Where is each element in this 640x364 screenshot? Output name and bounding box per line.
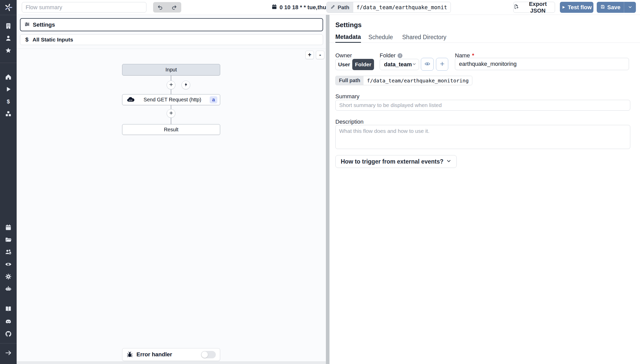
tab-shared-directory[interactable]: Shared Directory bbox=[402, 32, 446, 43]
sidebar-divider bbox=[0, 63, 17, 63]
canvas-divider bbox=[17, 49, 326, 49]
play-icon bbox=[5, 86, 12, 94]
zoom-out-button[interactable]: - bbox=[316, 51, 324, 59]
test-flow-button[interactable]: Test flow bbox=[560, 2, 593, 13]
sidebar-item-variables[interactable]: $ bbox=[0, 96, 17, 108]
redo-icon bbox=[171, 4, 177, 10]
flow-node-http[interactable]: HTTP Send GET Request (http) a bbox=[122, 94, 220, 105]
summary-label: Summary bbox=[335, 93, 359, 100]
cron-expression: 0 10 18 * * tue,thu bbox=[280, 4, 326, 11]
tab-schedule[interactable]: Schedule bbox=[368, 32, 393, 43]
settings-panel-title: Settings bbox=[335, 21, 362, 29]
save-label: Save bbox=[607, 4, 620, 11]
folder-open-icon bbox=[5, 236, 12, 244]
sidebar-item-workspace[interactable] bbox=[0, 20, 17, 33]
add-step-button[interactable] bbox=[167, 109, 175, 118]
chevron-down-icon bbox=[412, 62, 417, 67]
http-cloud-icon: HTTP bbox=[126, 97, 135, 103]
sidebar-divider bbox=[0, 343, 17, 344]
add-step-button[interactable] bbox=[167, 81, 175, 89]
info-icon[interactable]: i bbox=[398, 53, 402, 58]
save-icon bbox=[600, 4, 605, 11]
robot-icon bbox=[5, 285, 12, 293]
folder-select[interactable]: data_team bbox=[380, 59, 419, 70]
windmill-logo[interactable] bbox=[0, 0, 17, 15]
test-flow-label: Test flow bbox=[568, 4, 592, 11]
flow-node-result[interactable]: Result bbox=[122, 124, 220, 135]
full-path-label: Full path bbox=[336, 76, 364, 85]
description-textarea[interactable] bbox=[335, 125, 630, 149]
owner-option-folder[interactable]: Folder bbox=[352, 59, 374, 70]
path-value[interactable]: f/data_team/earthquake_monit bbox=[353, 2, 451, 13]
error-handler-node[interactable]: Error handler bbox=[122, 348, 220, 361]
flow-settings-item[interactable]: Settings bbox=[20, 18, 323, 31]
plus-icon bbox=[169, 82, 173, 88]
owner-toggle-group: User Folder bbox=[335, 59, 374, 70]
name-input[interactable] bbox=[455, 58, 629, 70]
github-icon[interactable] bbox=[0, 328, 17, 340]
sliders-icon bbox=[24, 22, 30, 28]
main-area: 0 10 18 * * tue,thu Path f/data_team/ear… bbox=[17, 0, 640, 364]
save-dropdown-button[interactable] bbox=[624, 2, 636, 13]
building-icon bbox=[5, 23, 12, 30]
flow-summary-input[interactable] bbox=[22, 2, 146, 13]
edit-path-button[interactable]: Path bbox=[327, 2, 353, 13]
settings-tabs: Metadata Schedule Shared Directory bbox=[329, 32, 640, 43]
sidebar-item-runs[interactable] bbox=[0, 83, 17, 96]
sidebar-divider bbox=[0, 15, 17, 15]
topbar: 0 10 18 * * tue,thu Path f/data_team/ear… bbox=[17, 0, 640, 15]
svg-text:$: $ bbox=[7, 98, 10, 104]
add-folder-button[interactable] bbox=[436, 58, 448, 71]
sidebar-item-home[interactable] bbox=[0, 71, 17, 83]
undo-icon bbox=[157, 4, 163, 10]
pencil-icon bbox=[330, 4, 335, 10]
folder-selected-value: data_team bbox=[384, 61, 412, 68]
content: Settings $ All Static Inputs + - Input bbox=[17, 15, 640, 364]
sidebar-expand-button[interactable] bbox=[0, 347, 17, 359]
sidebar-item-groups[interactable] bbox=[0, 246, 17, 259]
sidebar-item-favorites[interactable] bbox=[0, 45, 17, 57]
sidebar-item-schedules[interactable] bbox=[0, 222, 17, 234]
sidebar-item-docs[interactable] bbox=[0, 303, 17, 315]
sidebar-item-resources[interactable] bbox=[0, 108, 17, 120]
tab-metadata[interactable]: Metadata bbox=[335, 32, 361, 43]
chevron-down-icon bbox=[628, 5, 632, 10]
flow-node-input[interactable]: Input bbox=[122, 64, 220, 76]
play-icon bbox=[562, 4, 566, 11]
sidebar-item-settings[interactable] bbox=[0, 271, 17, 283]
arrow-right-icon bbox=[5, 349, 12, 357]
trigger-info-button[interactable]: How to trigger from external events? bbox=[335, 155, 457, 168]
flow-path-box: Path f/data_team/earthquake_monit bbox=[326, 2, 451, 13]
owner-option-user[interactable]: User bbox=[336, 59, 353, 70]
sidebar-item-user[interactable] bbox=[0, 33, 17, 45]
eye-icon bbox=[5, 261, 12, 269]
zoom-in-button[interactable]: + bbox=[305, 51, 314, 59]
sidebar-item-workers[interactable] bbox=[0, 283, 17, 295]
all-static-inputs-item[interactable]: $ All Static Inputs bbox=[20, 34, 323, 45]
calendar-icon bbox=[5, 224, 12, 232]
flow-graph-panel: Settings $ All Static Inputs + - Input bbox=[17, 15, 326, 364]
save-button[interactable]: Save bbox=[597, 2, 624, 13]
export-json-button[interactable]: Export JSON bbox=[513, 2, 555, 13]
error-handler-toggle[interactable] bbox=[201, 351, 216, 358]
owner-label: Owner bbox=[335, 52, 352, 59]
panel-splitter[interactable] bbox=[326, 15, 329, 364]
sidebar-item-audit[interactable] bbox=[0, 259, 17, 271]
dollar-icon: $ bbox=[5, 98, 12, 106]
folder-label: Folder bbox=[380, 52, 396, 59]
path-label: Path bbox=[338, 4, 349, 10]
redo-button[interactable] bbox=[167, 2, 181, 13]
undo-button[interactable] bbox=[153, 2, 167, 13]
view-folder-button[interactable] bbox=[421, 58, 434, 71]
discord-icon[interactable] bbox=[0, 315, 17, 328]
schedule-cron-display[interactable]: 0 10 18 * * tue,thu bbox=[271, 0, 326, 15]
summary-input[interactable] bbox=[335, 100, 630, 111]
full-path-display: Full path f/data_team/earthquake_monitor… bbox=[335, 76, 472, 85]
add-trigger-button[interactable] bbox=[182, 81, 190, 89]
sidebar-item-folders[interactable] bbox=[0, 234, 17, 246]
horizontal-scrollbar[interactable] bbox=[17, 361, 326, 364]
book-icon bbox=[5, 305, 12, 313]
eye-icon bbox=[424, 61, 430, 68]
dollar-icon: $ bbox=[24, 36, 30, 43]
calendar-icon bbox=[271, 4, 277, 11]
